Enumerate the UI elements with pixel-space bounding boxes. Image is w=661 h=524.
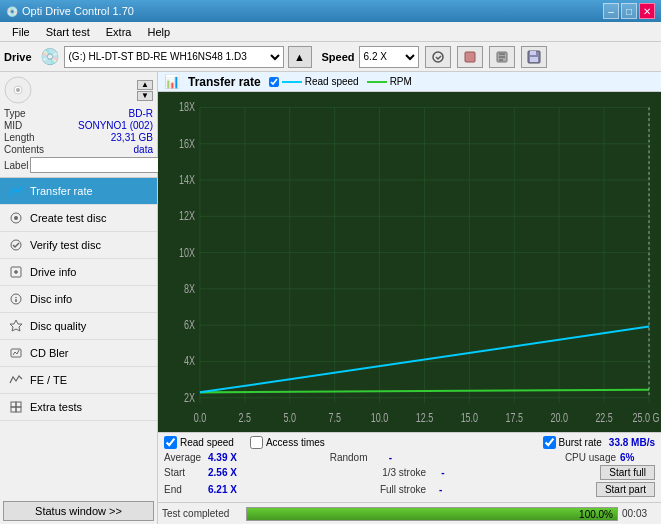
- stats-row-1: Average 4.39 X Random - CPU usage 6%: [164, 452, 655, 463]
- disc-next-button[interactable]: ▼: [137, 91, 153, 101]
- svg-text:20.0: 20.0: [550, 411, 568, 425]
- access-times-checkbox-label: Access times: [266, 437, 325, 448]
- svg-text:18X: 18X: [179, 100, 195, 114]
- menu-extra[interactable]: Extra: [98, 24, 140, 40]
- fe-te-icon: [8, 372, 24, 388]
- disc-type-row: Type BD-R: [4, 108, 153, 119]
- svg-text:12.5: 12.5: [416, 411, 434, 425]
- disc-quality-icon: [8, 318, 24, 334]
- stat-average: Average 4.39 X: [164, 452, 324, 463]
- nav-verify-test-disc[interactable]: Verify test disc: [0, 232, 157, 259]
- nav-create-test-disc[interactable]: Create test disc: [0, 205, 157, 232]
- end-value: 6.21 X: [208, 484, 243, 495]
- disc-length-row: Length 23,31 GB: [4, 132, 153, 143]
- app-title: Opti Drive Control 1.70: [22, 5, 134, 17]
- nav-disc-info[interactable]: Disc info: [0, 286, 157, 313]
- disc-label-row: Label: [4, 157, 153, 173]
- progress-track: 100.0%: [246, 507, 618, 521]
- legend-read-speed-checkbox[interactable]: [269, 77, 279, 87]
- maximize-button[interactable]: □: [621, 3, 637, 19]
- verify-test-disc-icon: [8, 237, 24, 253]
- eject-button[interactable]: ▲: [288, 46, 312, 68]
- toolbar-btn-3[interactable]: [489, 46, 515, 68]
- chart-container: 18X 16X 14X 12X 10X 8X 6X 4X 2X 0.0 2.5 …: [158, 92, 661, 432]
- rpm-color: [367, 81, 387, 83]
- speed-select[interactable]: 6.2 X: [359, 46, 419, 68]
- stats-row-2: Start 2.56 X 1/3 stroke - Start full: [164, 465, 655, 480]
- disc-length-label: Length: [4, 132, 35, 143]
- sidebar: ▲ ▼ Type BD-R MID SONYNO1 (002) Length 2…: [0, 72, 158, 524]
- nav-transfer-rate[interactable]: Transfer rate: [0, 178, 157, 205]
- svg-rect-21: [160, 94, 659, 430]
- nav-drive-info[interactable]: Drive info: [0, 259, 157, 286]
- nav-transfer-rate-label: Transfer rate: [30, 185, 93, 197]
- menu-bar: File Start test Extra Help: [0, 22, 661, 42]
- drive-select[interactable]: (G:) HL-DT-ST BD-RE WH16NS48 1.D3: [64, 46, 284, 68]
- read-speed-checkbox[interactable]: [164, 436, 177, 449]
- read-speed-color: [282, 81, 302, 83]
- cd-bler-icon: [8, 345, 24, 361]
- stat-one-third-stroke: 1/3 stroke -: [382, 465, 594, 480]
- legend-rpm-label: RPM: [390, 76, 412, 87]
- svg-text:16X: 16X: [179, 136, 195, 150]
- menu-help[interactable]: Help: [139, 24, 178, 40]
- nav-disc-quality[interactable]: Disc quality: [0, 313, 157, 340]
- svg-rect-20: [16, 407, 21, 412]
- burst-rate-checkbox[interactable]: [543, 436, 556, 449]
- start-value: 2.56 X: [208, 467, 243, 478]
- burst-rate-value: 33.8 MB/s: [609, 437, 655, 448]
- legend-rpm: RPM: [367, 76, 412, 87]
- time-display: 00:03: [622, 508, 657, 519]
- menu-start-test[interactable]: Start test: [38, 24, 98, 40]
- svg-text:25.0 GB: 25.0 GB: [633, 411, 659, 425]
- progress-percent: 100.0%: [579, 508, 613, 521]
- title-bar-left: 💿 Opti Drive Control 1.70: [6, 5, 134, 17]
- title-bar: 💿 Opti Drive Control 1.70 – □ ✕: [0, 0, 661, 22]
- drive-info-icon: [8, 264, 24, 280]
- chart-svg: 18X 16X 14X 12X 10X 8X 6X 4X 2X 0.0 2.5 …: [160, 94, 659, 430]
- title-bar-controls: – □ ✕: [603, 3, 655, 19]
- progress-fill: [247, 508, 617, 520]
- disc-prev-button[interactable]: ▲: [137, 80, 153, 90]
- menu-file[interactable]: File: [4, 24, 38, 40]
- stat-start: Start 2.56 X: [164, 465, 376, 480]
- nav-disc-quality-label: Disc quality: [30, 320, 86, 332]
- access-times-checkbox[interactable]: [250, 436, 263, 449]
- full-stroke-value: -: [439, 484, 459, 495]
- nav-fe-te[interactable]: FE / TE: [0, 367, 157, 394]
- toolbar-btn-save[interactable]: [521, 46, 547, 68]
- disc-contents-value: data: [134, 144, 153, 155]
- start-full-button[interactable]: Start full: [600, 465, 655, 480]
- legend-read-speed: Read speed: [269, 76, 359, 87]
- disc-contents-row: Contents data: [4, 144, 153, 155]
- toolbar-btn-1[interactable]: [425, 46, 451, 68]
- content-area: 📊 Transfer rate Read speed RPM: [158, 72, 661, 524]
- speed-label: Speed: [322, 51, 355, 63]
- random-label: Random: [330, 452, 385, 463]
- svg-rect-18: [16, 402, 21, 407]
- disc-label-input[interactable]: [30, 157, 163, 173]
- toolbar-btn-2[interactable]: [457, 46, 483, 68]
- disc-mid-label: MID: [4, 120, 22, 131]
- svg-rect-4: [530, 51, 536, 55]
- stat-random: Random -: [330, 452, 490, 463]
- start-part-button[interactable]: Start part: [596, 482, 655, 497]
- svg-text:15.0: 15.0: [461, 411, 479, 425]
- disc-info-panel: ▲ ▼ Type BD-R MID SONYNO1 (002) Length 2…: [0, 72, 157, 178]
- svg-rect-5: [530, 57, 538, 62]
- read-speed-checkbox-label: Read speed: [180, 437, 234, 448]
- svg-text:2.5: 2.5: [239, 411, 252, 425]
- svg-rect-17: [11, 402, 16, 407]
- checkbox-burst-rate: Burst rate 33.8 MB/s: [543, 436, 656, 449]
- status-window-button[interactable]: Status window >>: [3, 501, 154, 521]
- nav-cd-bler[interactable]: CD Bler: [0, 340, 157, 367]
- chart-title: Transfer rate: [188, 75, 261, 89]
- one-third-value: -: [441, 467, 461, 478]
- svg-point-0: [433, 52, 443, 62]
- nav-extra-tests[interactable]: Extra tests: [0, 394, 157, 421]
- close-button[interactable]: ✕: [639, 3, 655, 19]
- svg-text:10.0: 10.0: [371, 411, 389, 425]
- minimize-button[interactable]: –: [603, 3, 619, 19]
- disc-mid-value: SONYNO1 (002): [78, 120, 153, 131]
- transfer-rate-icon: [8, 183, 24, 199]
